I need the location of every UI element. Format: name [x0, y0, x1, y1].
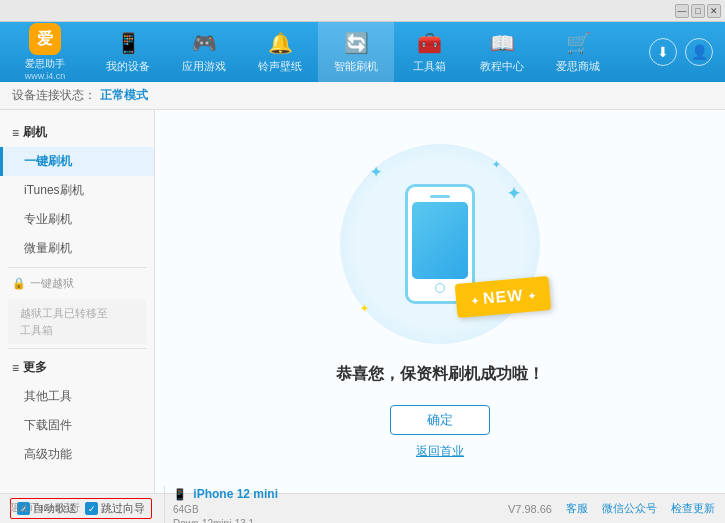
device-name: 📱 iPhone 12 mini [173, 486, 278, 503]
sparkle-2: ✦ [492, 159, 500, 170]
more-section-icon: ≡ [12, 361, 19, 375]
sidebar-divider-2 [8, 348, 146, 349]
sparkle-4: ✦ [507, 184, 520, 203]
main-layout: ≡ 刷机 一键刷机 iTunes刷机 专业刷机 微量刷机 🔒 一键越狱 越狱工具… [0, 110, 725, 493]
customer-service-link[interactable]: 客服 [566, 501, 588, 516]
nav-item-toolbox[interactable]: 🧰 工具箱 [394, 22, 464, 82]
success-illustration: ✦ ✦ ✦ ✦ NEW [340, 144, 540, 344]
minimize-btn[interactable]: — [675, 4, 689, 18]
content-area: ✦ ✦ ✦ ✦ NEW 恭喜您，保资料刷机成功啦！ 确定 返回首业 [155, 110, 725, 493]
sidebar-item-download[interactable]: 下载固件 [0, 411, 154, 440]
toolbox-icon: 🧰 [417, 31, 442, 55]
sidebar-divider-1 [8, 267, 146, 268]
user-btn[interactable]: 👤 [685, 38, 713, 66]
wechat-link[interactable]: 微信公众号 [602, 501, 657, 516]
close-btn[interactable]: ✕ [707, 4, 721, 18]
shop-icon: 🛒 [566, 31, 591, 55]
flash-section-icon: ≡ [12, 126, 19, 140]
appgame-label: 应用游戏 [182, 59, 226, 74]
sidebar-section-flash: ≡ 刷机 [0, 118, 154, 147]
smartflash-label: 智能刷机 [334, 59, 378, 74]
device-info: 📱 iPhone 12 mini 64GB Down-12mini-13.1 [164, 486, 278, 523]
mydevice-icon: 📱 [116, 31, 141, 55]
bottom-bar: ✓ 自动歌送 ✓ 跳过向导 📱 iPhone 12 mini 64GB Down… [0, 493, 725, 523]
circle-background: ✦ ✦ ✦ ✦ NEW [340, 144, 540, 344]
sidebar-item-itunes[interactable]: iTunes刷机 [0, 176, 154, 205]
nav-item-smartflash[interactable]: 🔄 智能刷机 [318, 22, 394, 82]
sidebar-item-pro[interactable]: 专业刷机 [0, 205, 154, 234]
prevent-itunes-label: 阻止iTunes运行 [10, 501, 80, 515]
nav-right: ⬇ 👤 [649, 22, 725, 82]
confirm-button[interactable]: 确定 [390, 405, 490, 435]
sidebar-item-othertools[interactable]: 其他工具 [0, 382, 154, 411]
shop-label: 爱思商城 [556, 59, 600, 74]
ringtone-icon: 🔔 [268, 31, 293, 55]
sidebar-item-advanced[interactable]: 高级功能 [0, 440, 154, 469]
nav-item-mydevice[interactable]: 📱 我的设备 [90, 22, 166, 82]
sidebar-item-micro[interactable]: 微量刷机 [0, 234, 154, 263]
logo-name: 爱思助手 [25, 57, 65, 71]
version-text: V7.98.66 [508, 503, 552, 515]
nav-bar: 爱 爱思助手 www.i4.cn 📱 我的设备 🎮 应用游戏 🔔 铃声壁纸 🔄 … [0, 22, 725, 82]
success-text: 恭喜您，保资料刷机成功啦！ [336, 364, 544, 385]
sparkle-3: ✦ [360, 303, 368, 314]
status-value: 正常模式 [100, 87, 148, 104]
nav-items: 📱 我的设备 🎮 应用游戏 🔔 铃声壁纸 🔄 智能刷机 🧰 工具箱 📖 教程中心… [90, 22, 649, 82]
maximize-btn[interactable]: □ [691, 4, 705, 18]
phone-speaker [430, 195, 450, 198]
tutorial-icon: 📖 [490, 31, 515, 55]
flash-section-label: 刷机 [23, 124, 47, 141]
nav-item-tutorial[interactable]: 📖 教程中心 [464, 22, 540, 82]
nav-item-shop[interactable]: 🛒 爱思商城 [540, 22, 616, 82]
title-bar: — □ ✕ [0, 0, 725, 22]
sparkle-1: ✦ [370, 164, 382, 180]
check-update-link[interactable]: 检查更新 [671, 501, 715, 516]
phone-icon: 📱 [173, 488, 187, 500]
prevent-itunes: 阻止iTunes运行 [10, 493, 80, 523]
sidebar-jailbreak-info: 越狱工具已转移至工具箱 [8, 299, 146, 344]
mydevice-label: 我的设备 [106, 59, 150, 74]
bottom-right: V7.98.66 客服 微信公众号 检查更新 [508, 501, 715, 516]
ringtone-label: 铃声壁纸 [258, 59, 302, 74]
nav-logo: 爱 爱思助手 www.i4.cn [0, 22, 90, 82]
tutorial-label: 教程中心 [480, 59, 524, 74]
smartflash-icon: 🔄 [344, 31, 369, 55]
back-home-link[interactable]: 返回首业 [416, 443, 464, 460]
download-btn[interactable]: ⬇ [649, 38, 677, 66]
sidebar: ≡ 刷机 一键刷机 iTunes刷机 专业刷机 微量刷机 🔒 一键越狱 越狱工具… [0, 110, 155, 493]
status-bar: 设备连接状态： 正常模式 [0, 82, 725, 110]
logo-icon: 爱 [29, 23, 61, 55]
phone-screen [412, 202, 468, 279]
status-label: 设备连接状态： [12, 87, 96, 104]
sidebar-section-more: ≡ 更多 [0, 353, 154, 382]
lock-icon: 🔒 [12, 277, 26, 290]
sidebar-item-onekey[interactable]: 一键刷机 [0, 147, 154, 176]
sidebar-section-jailbreak: 🔒 一键越狱 [0, 272, 154, 295]
nav-item-appgame[interactable]: 🎮 应用游戏 [166, 22, 242, 82]
phone-home-btn [435, 283, 445, 293]
toolbox-label: 工具箱 [413, 59, 446, 74]
appgame-icon: 🎮 [192, 31, 217, 55]
skip-guide-checkbox-box: ✓ [85, 502, 98, 515]
skip-guide-checkbox[interactable]: ✓ 跳过向导 [85, 501, 145, 516]
device-storage: 64GB [173, 503, 278, 517]
device-system: Down-12mini-13.1 [173, 517, 278, 523]
logo-url: www.i4.cn [25, 71, 66, 81]
nav-item-ringtone[interactable]: 🔔 铃声壁纸 [242, 22, 318, 82]
